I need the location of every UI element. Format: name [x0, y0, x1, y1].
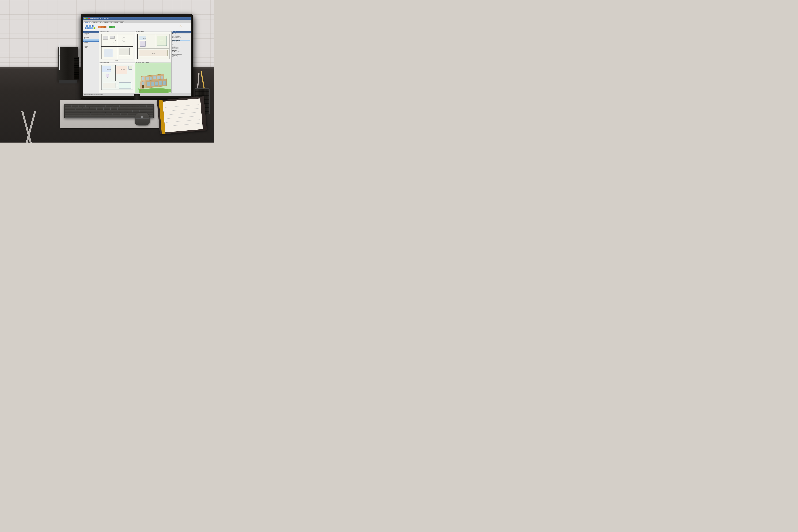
pc-vent-holes — [74, 57, 79, 79]
key-space[interactable] — [93, 115, 125, 118]
maximize-button[interactable] — [86, 18, 88, 19]
svg-rect-58 — [160, 76, 163, 79]
stair-icon[interactable]: ⊞ — [98, 26, 101, 28]
roof-icon[interactable] — [94, 27, 95, 30]
key[interactable] — [106, 105, 112, 107]
tab-structure[interactable]: Structure — [92, 21, 98, 23]
tab-view[interactable]: View — [109, 21, 113, 23]
key[interactable] — [118, 107, 125, 110]
key-caps[interactable] — [65, 110, 77, 112]
key[interactable] — [126, 110, 133, 112]
close-button[interactable] — [88, 18, 90, 19]
viewport-elevation[interactable]: Floor Plan: Second Floor — [99, 62, 135, 93]
key-ctrl-left[interactable] — [65, 115, 75, 118]
key[interactable] — [119, 105, 126, 107]
tree-item-second[interactable]: Second Floor — [83, 37, 99, 38]
viewport-3d[interactable]: 3D View: {3D} - Looking at Entrance — [135, 62, 171, 93]
key[interactable] — [82, 107, 89, 110]
key[interactable] — [86, 105, 92, 107]
key[interactable] — [113, 105, 119, 107]
tree-item-revit-links[interactable]: ▶ Revit Links — [83, 48, 99, 50]
tab-insert[interactable]: Insert — [98, 21, 102, 23]
key[interactable] — [128, 113, 135, 115]
viewport-floor-plan-lower[interactable]: Floor Plan: First Floor — [135, 31, 171, 62]
key-fn[interactable] — [75, 115, 83, 118]
key[interactable] — [120, 113, 128, 115]
svg-line-73 — [166, 116, 200, 119]
tab-architecture[interactable]: Architecture — [83, 21, 92, 23]
key[interactable] — [111, 107, 118, 110]
key[interactable] — [98, 113, 105, 115]
key[interactable] — [113, 113, 120, 115]
key[interactable] — [112, 110, 119, 112]
ribbon-icons-row-3: ⊞ ⊟ ⊠ — [98, 26, 107, 28]
key[interactable] — [125, 107, 132, 110]
key[interactable] — [99, 105, 106, 107]
key-alt-right[interactable] — [125, 115, 135, 118]
key[interactable] — [91, 110, 98, 112]
key[interactable] — [90, 107, 96, 110]
tab-modify[interactable]: Modify — [119, 21, 124, 23]
wall-icon[interactable]: ▦ — [86, 24, 89, 27]
key[interactable] — [104, 107, 111, 110]
key-enter[interactable] — [140, 110, 153, 112]
key[interactable] — [146, 105, 153, 107]
key[interactable] — [105, 110, 112, 112]
tree-item-sections[interactable]: ▶ Sections — [83, 42, 99, 43]
key-tab[interactable] — [65, 107, 75, 110]
key[interactable] — [72, 105, 78, 107]
key[interactable] — [75, 107, 82, 110]
pane-label-3d: 3D View: {3D} - Looking at Entrance — [136, 62, 149, 63]
railing-icon[interactable]: ⊟ — [101, 26, 103, 28]
minimize-button[interactable] — [84, 18, 86, 19]
key[interactable] — [79, 105, 85, 107]
key[interactable] — [77, 110, 84, 112]
key-shift-left[interactable] — [65, 113, 83, 115]
svg-text:12 000: 12 000 — [115, 60, 118, 61]
key[interactable] — [92, 105, 99, 107]
key[interactable] — [140, 105, 146, 107]
tree-item-3d[interactable]: ▶ 3D Views — [83, 39, 99, 40]
level-icon[interactable]: ═ — [109, 26, 112, 28]
tree-item-3d-default[interactable]: {3D} — [83, 40, 99, 42]
svg-line-70 — [165, 104, 199, 108]
key[interactable] — [98, 110, 105, 112]
ramp-icon[interactable]: ⊠ — [104, 26, 107, 28]
tree-item-sheets[interactable]: ▶ Sheets — [83, 44, 99, 46]
tree-item-first[interactable]: First Floor — [83, 35, 99, 37]
beam-icon[interactable] — [89, 27, 91, 30]
property-level[interactable]: Level: Ground Floor — [172, 40, 190, 41]
key[interactable] — [133, 110, 140, 112]
key[interactable] — [139, 107, 146, 110]
component-icon[interactable] — [84, 27, 87, 30]
key[interactable] — [84, 110, 91, 112]
window-icon[interactable]: ⬛ — [92, 24, 94, 27]
pc-unit: ThinkStation — [58, 36, 83, 81]
key[interactable] — [65, 105, 72, 107]
key[interactable] — [119, 110, 126, 112]
grid-icon[interactable]: ⊞ — [112, 26, 115, 28]
tree-item-views[interactable]: ▶ Floor Plans — [83, 33, 99, 34]
key[interactable] — [132, 107, 139, 110]
key[interactable] — [133, 105, 139, 107]
key[interactable] — [146, 107, 153, 110]
key[interactable] — [106, 113, 113, 115]
tree-item-families[interactable]: ▶ Families — [83, 46, 99, 47]
tree-item-site[interactable]: Site — [83, 38, 99, 39]
tree-item-elevations[interactable]: ▶ Elevations — [83, 43, 99, 44]
key[interactable] — [97, 107, 103, 110]
tree-item-ground[interactable]: Ground Floor — [83, 34, 99, 35]
key[interactable] — [91, 113, 98, 115]
floor-icon[interactable] — [91, 27, 93, 30]
mouse[interactable] — [135, 113, 150, 125]
tree-item-groups[interactable]: ▶ Groups — [83, 47, 99, 48]
column-icon[interactable] — [87, 27, 89, 30]
key[interactable] — [126, 105, 133, 107]
pane-label-elevation: Floor Plan: Second Floor — [100, 62, 109, 63]
viewport-floor-plan-upper[interactable]: Floor Plan: Ground Floor — [99, 31, 135, 62]
tab-manage[interactable]: Manage — [113, 21, 119, 23]
tab-annotate[interactable]: Annotate — [102, 21, 109, 23]
key[interactable] — [83, 113, 90, 115]
key-alt-left[interactable] — [83, 115, 93, 118]
door-icon[interactable]: ⬚ — [89, 24, 91, 27]
